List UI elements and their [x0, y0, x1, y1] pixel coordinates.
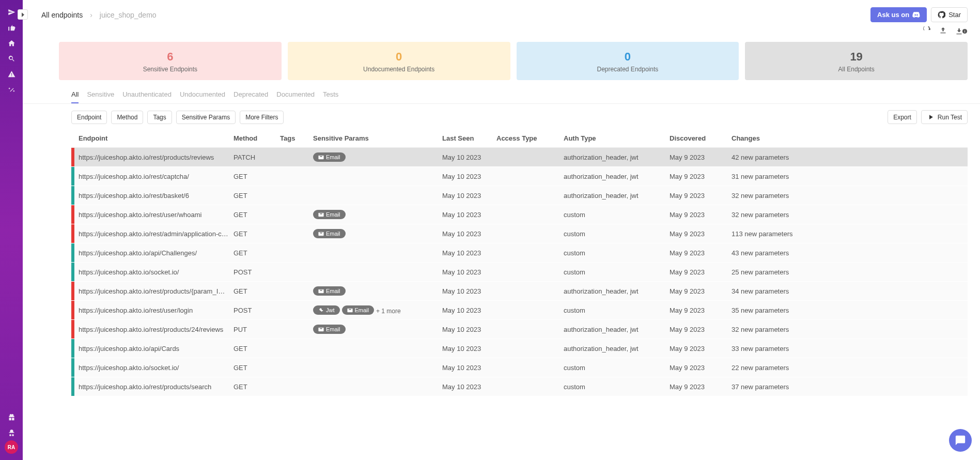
discord-icon: [912, 11, 920, 19]
nav-quickstart-icon[interactable]: [0, 4, 23, 20]
more-chips: + 1 more: [376, 308, 401, 315]
table-row[interactable]: https://juiceshop.akto.io/rest/user/whoa…: [71, 205, 968, 224]
cell-method: POST: [234, 306, 280, 314]
table-row[interactable]: https://juiceshop.akto.io/rest/admin/app…: [71, 224, 968, 243]
cell-changes: 33 new parameters: [732, 345, 968, 352]
cell-discovered: May 9 2023: [670, 154, 732, 161]
run-test-button[interactable]: Run Test: [921, 110, 968, 124]
play-icon: [927, 113, 935, 121]
filter-tags[interactable]: Tags: [147, 111, 172, 124]
table-row[interactable]: https://juiceshop.akto.io/rest/products/…: [71, 148, 968, 167]
col-endpoint[interactable]: Endpoint: [79, 134, 234, 142]
endpoint-tabs: AllSensitiveUnauthenticatedUndocumentedD…: [23, 87, 980, 104]
table-row[interactable]: https://juiceshop.akto.io/rest/basket/6G…: [71, 186, 968, 205]
tab-unauthenticated[interactable]: Unauthenticated: [122, 87, 172, 103]
cell-lastseen: May 10 2023: [442, 173, 496, 180]
cell-lastseen: May 10 2023: [442, 287, 496, 295]
cell-method: PUT: [234, 326, 280, 333]
table-row[interactable]: https://juiceshop.akto.io/api/CardsGETMa…: [71, 339, 968, 358]
tab-documented[interactable]: Documented: [276, 87, 315, 103]
cell-sensitive: Email: [313, 229, 442, 238]
filter-method[interactable]: Method: [111, 111, 143, 124]
upload-icon[interactable]: [939, 26, 947, 36]
nav-search-icon[interactable]: [0, 51, 23, 66]
col-method[interactable]: Method: [234, 134, 280, 142]
nav-alert-icon[interactable]: [0, 66, 23, 82]
cell-method: GET: [234, 211, 280, 219]
chat-fab[interactable]: [949, 429, 972, 452]
tab-undocumented[interactable]: Undocumented: [180, 87, 225, 103]
cell-endpoint: https://juiceshop.akto.io/rest/products/…: [79, 326, 234, 333]
col-tags[interactable]: Tags: [280, 134, 313, 142]
cell-lastseen: May 10 2023: [442, 230, 496, 238]
cell-lastseen: May 10 2023: [442, 268, 496, 276]
filter-sensitive-params[interactable]: Sensitive Params: [176, 111, 236, 124]
table-row[interactable]: https://juiceshop.akto.io/rest/captcha/G…: [71, 167, 968, 186]
table-row[interactable]: https://juiceshop.akto.io/api/Challenges…: [71, 243, 968, 263]
table-row[interactable]: https://juiceshop.akto.io/socket.io/POST…: [71, 263, 968, 282]
sensitive-chip: Email: [313, 286, 346, 296]
cell-lastseen: May 10 2023: [442, 306, 496, 314]
summary-card[interactable]: 0Deprecated Endpoints: [517, 42, 739, 80]
cell-discovered: May 9 2023: [670, 211, 732, 219]
cell-authtype: authorization_header, jwt: [564, 192, 670, 200]
summary-card[interactable]: 0Undocumented Endpoints: [288, 42, 510, 80]
cell-endpoint: https://juiceshop.akto.io/rest/products/…: [79, 383, 234, 391]
cell-lastseen: May 10 2023: [442, 326, 496, 333]
chevron-right-icon: ›: [90, 11, 92, 19]
cell-authtype: authorization_header, jwt: [564, 154, 670, 161]
cell-sensitive: Email: [313, 210, 442, 219]
cell-sensitive: Email: [313, 152, 442, 162]
col-auth-type[interactable]: Auth Type: [564, 134, 670, 142]
filter-endpoint[interactable]: Endpoint: [71, 111, 107, 124]
cell-authtype: custom: [564, 230, 670, 238]
table-row[interactable]: https://juiceshop.akto.io/rest/products/…: [71, 320, 968, 339]
github-icon: [938, 11, 945, 19]
col-access-type[interactable]: Access Type: [496, 134, 564, 142]
cell-endpoint: https://juiceshop.akto.io/rest/user/logi…: [79, 306, 234, 314]
nav-magic-icon[interactable]: [0, 82, 23, 97]
col-sensitive-params[interactable]: Sensitive Params: [313, 134, 442, 142]
col-last-seen[interactable]: Last Seen: [442, 134, 496, 142]
refresh-icon[interactable]: [923, 26, 931, 36]
cell-changes: 35 new parameters: [732, 306, 968, 314]
tab-all[interactable]: All: [71, 87, 79, 103]
cell-sensitive: JwtEmail+ 1 more: [313, 305, 442, 315]
download-info-icon[interactable]: [955, 26, 968, 36]
filter-more-filters[interactable]: More Filters: [240, 111, 284, 124]
cell-changes: 42 new parameters: [732, 154, 968, 161]
table-row[interactable]: https://juiceshop.akto.io/rest/user/logi…: [71, 301, 968, 320]
cell-endpoint: https://juiceshop.akto.io/rest/basket/6: [79, 192, 234, 200]
cell-discovered: May 9 2023: [670, 268, 732, 276]
ask-us-button[interactable]: Ask us on: [870, 7, 927, 22]
card-label: Sensitive Endpoints: [64, 66, 276, 73]
cell-method: PATCH: [234, 154, 280, 161]
nav-incognito-icon[interactable]: [0, 425, 23, 440]
col-discovered[interactable]: Discovered: [670, 134, 732, 142]
table-row[interactable]: https://juiceshop.akto.io/rest/products/…: [71, 282, 968, 301]
cell-authtype: custom: [564, 249, 670, 257]
nav-gift-icon[interactable]: [0, 409, 23, 425]
summary-cards: 6Sensitive Endpoints0Undocumented Endpoi…: [23, 38, 980, 87]
nav-thumbsup-icon[interactable]: [0, 20, 23, 35]
summary-card[interactable]: 6Sensitive Endpoints: [59, 42, 282, 80]
table-row[interactable]: https://juiceshop.akto.io/socket.io/GETM…: [71, 358, 968, 377]
export-button[interactable]: Export: [888, 110, 917, 124]
summary-card[interactable]: 19All Endpoints: [745, 42, 968, 80]
star-button[interactable]: Star: [931, 7, 968, 22]
cell-discovered: May 9 2023: [670, 306, 732, 314]
cell-lastseen: May 10 2023: [442, 364, 496, 372]
cell-endpoint: https://juiceshop.akto.io/rest/products/…: [79, 287, 234, 295]
cell-endpoint: https://juiceshop.akto.io/api/Challenges…: [79, 249, 234, 257]
cell-discovered: May 9 2023: [670, 287, 732, 295]
user-avatar[interactable]: RA: [5, 440, 18, 454]
nav-home-icon[interactable]: [0, 35, 23, 51]
card-label: Undocumented Endpoints: [293, 66, 505, 73]
tab-sensitive[interactable]: Sensitive: [87, 87, 114, 103]
tab-tests[interactable]: Tests: [323, 87, 338, 103]
table-row[interactable]: https://juiceshop.akto.io/rest/products/…: [71, 377, 968, 396]
tab-deprecated[interactable]: Deprecated: [234, 87, 268, 103]
cell-changes: 113 new parameters: [732, 230, 968, 238]
breadcrumb-root[interactable]: All endpoints: [41, 11, 83, 19]
col-changes[interactable]: Changes: [732, 134, 968, 142]
